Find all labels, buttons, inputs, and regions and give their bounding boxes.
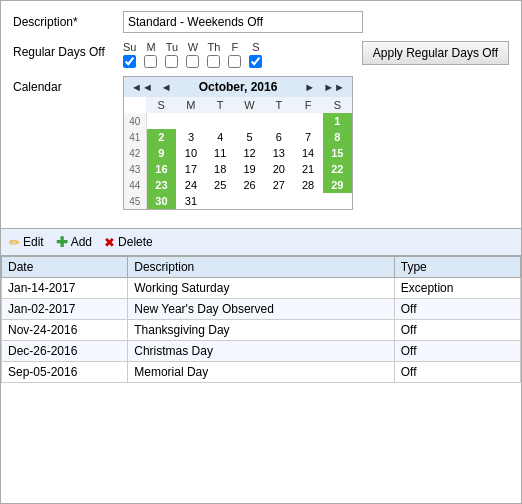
calendar-day bbox=[235, 113, 264, 129]
edit-button[interactable]: ✏ Edit bbox=[9, 235, 44, 250]
day-checkbox-s[interactable] bbox=[249, 55, 262, 68]
delete-button[interactable]: ✖ Delete bbox=[104, 235, 153, 250]
table-cell-date: Sep-05-2016 bbox=[2, 362, 128, 383]
next-year-button[interactable]: ►► bbox=[320, 80, 348, 94]
calendar-day[interactable]: 22 bbox=[323, 161, 352, 177]
toolbar: ✏ Edit ✚ Add ✖ Delete bbox=[1, 229, 521, 256]
calendar-day[interactable]: 27 bbox=[264, 177, 293, 193]
add-icon: ✚ bbox=[56, 234, 68, 250]
cal-day-header: M bbox=[176, 97, 205, 113]
calendar-week-row: 429101112131415 bbox=[124, 145, 352, 161]
day-label-2: Tu bbox=[166, 41, 178, 53]
table-row[interactable]: Jan-14-2017Working SaturdayException bbox=[2, 278, 521, 299]
week-number: 41 bbox=[124, 129, 146, 145]
calendar-day[interactable]: 4 bbox=[206, 129, 235, 145]
calendar-week-row: 4423242526272829 bbox=[124, 177, 352, 193]
day-checkbox-w[interactable] bbox=[186, 55, 199, 68]
prev-month-button[interactable]: ◄ bbox=[158, 80, 175, 94]
calendar-day[interactable]: 29 bbox=[323, 177, 352, 193]
day-col-tu: Tu bbox=[165, 41, 178, 68]
next-month-button[interactable]: ► bbox=[301, 80, 318, 94]
cal-day-header: T bbox=[206, 97, 235, 113]
calendar-day[interactable]: 8 bbox=[323, 129, 352, 145]
calendar-day[interactable]: 13 bbox=[264, 145, 293, 161]
calendar-day[interactable]: 19 bbox=[235, 161, 264, 177]
day-col-f: F bbox=[228, 41, 241, 68]
calendar-nav: ◄◄ ◄ October, 2016 ► ►► bbox=[124, 77, 352, 97]
calendar-day[interactable]: 26 bbox=[235, 177, 264, 193]
day-checkbox-f[interactable] bbox=[228, 55, 241, 68]
table-row[interactable]: Nov-24-2016Thanksgiving DayOff bbox=[2, 320, 521, 341]
calendar: ◄◄ ◄ October, 2016 ► ►► SMTWTFS bbox=[123, 76, 353, 210]
exceptions-table: DateDescriptionType Jan-14-2017Working S… bbox=[1, 256, 521, 383]
calendar-day bbox=[264, 193, 293, 209]
calendar-day[interactable]: 3 bbox=[176, 129, 205, 145]
calendar-day[interactable]: 21 bbox=[293, 161, 322, 177]
calendar-day[interactable]: 14 bbox=[293, 145, 322, 161]
calendar-day[interactable]: 6 bbox=[264, 129, 293, 145]
table-cell-type: Exception bbox=[394, 278, 520, 299]
regular-days-off-label: Regular Days Off bbox=[13, 41, 123, 59]
calendar-week-row: 412345678 bbox=[124, 129, 352, 145]
calendar-day[interactable]: 16 bbox=[146, 161, 176, 177]
table-cell-date: Dec-26-2016 bbox=[2, 341, 128, 362]
day-label-0: Su bbox=[123, 41, 136, 53]
cal-day-header: T bbox=[264, 97, 293, 113]
table-cell-date: Nov-24-2016 bbox=[2, 320, 128, 341]
calendar-day[interactable]: 9 bbox=[146, 145, 176, 161]
calendar-label: Calendar bbox=[13, 76, 123, 94]
table-cell-date: Jan-02-2017 bbox=[2, 299, 128, 320]
table-cell-description: Memorial Day bbox=[128, 362, 395, 383]
calendar-day[interactable]: 10 bbox=[176, 145, 205, 161]
table-cell-description: New Year's Day Observed bbox=[128, 299, 395, 320]
day-col-su: Su bbox=[123, 41, 136, 68]
day-checkbox-th[interactable] bbox=[207, 55, 220, 68]
calendar-day[interactable]: 20 bbox=[264, 161, 293, 177]
week-number: 40 bbox=[124, 113, 146, 129]
calendar-day[interactable]: 5 bbox=[235, 129, 264, 145]
edit-label: Edit bbox=[23, 235, 44, 249]
table-row[interactable]: Jan-02-2017New Year's Day ObservedOff bbox=[2, 299, 521, 320]
add-label: Add bbox=[71, 235, 92, 249]
description-input[interactable] bbox=[123, 11, 363, 33]
calendar-day[interactable]: 1 bbox=[323, 113, 352, 129]
calendar-day bbox=[235, 193, 264, 209]
calendar-table: SMTWTFS 40141234567842910111213141543161… bbox=[124, 97, 352, 209]
day-checkbox-m[interactable] bbox=[144, 55, 157, 68]
table-row[interactable]: Dec-26-2016Christmas DayOff bbox=[2, 341, 521, 362]
days-row: SuMTuWThFS Apply Regular Days Off bbox=[123, 41, 509, 68]
day-label-5: F bbox=[232, 41, 239, 53]
day-label-4: Th bbox=[208, 41, 221, 53]
calendar-day[interactable]: 2 bbox=[146, 129, 176, 145]
bottom-area: ✏ Edit ✚ Add ✖ Delete DateDescriptionTyp… bbox=[1, 228, 521, 383]
day-checkbox-tu[interactable] bbox=[165, 55, 178, 68]
table-cell-date: Jan-14-2017 bbox=[2, 278, 128, 299]
calendar-day[interactable]: 15 bbox=[323, 145, 352, 161]
calendar-day[interactable]: 18 bbox=[206, 161, 235, 177]
calendar-day bbox=[176, 113, 205, 129]
calendar-day[interactable]: 30 bbox=[146, 193, 176, 209]
table-header-description: Description bbox=[128, 257, 395, 278]
day-label-3: W bbox=[188, 41, 198, 53]
edit-icon: ✏ bbox=[9, 235, 20, 250]
apply-regular-days-off-button[interactable]: Apply Regular Days Off bbox=[362, 41, 509, 65]
table-row[interactable]: Sep-05-2016Memorial DayOff bbox=[2, 362, 521, 383]
calendar-day[interactable]: 31 bbox=[176, 193, 205, 209]
day-checkbox-su[interactable] bbox=[123, 55, 136, 68]
calendar-day[interactable]: 17 bbox=[176, 161, 205, 177]
cal-day-header: S bbox=[146, 97, 176, 113]
calendar-day[interactable]: 28 bbox=[293, 177, 322, 193]
table-cell-type: Off bbox=[394, 362, 520, 383]
add-button[interactable]: ✚ Add bbox=[56, 234, 92, 250]
calendar-day bbox=[146, 113, 176, 129]
calendar-day[interactable]: 25 bbox=[206, 177, 235, 193]
table-header-date: Date bbox=[2, 257, 128, 278]
calendar-day[interactable]: 7 bbox=[293, 129, 322, 145]
calendar-day bbox=[264, 113, 293, 129]
calendar-day[interactable]: 11 bbox=[206, 145, 235, 161]
calendar-day[interactable]: 24 bbox=[176, 177, 205, 193]
calendar-week-row: 453031 bbox=[124, 193, 352, 209]
calendar-day[interactable]: 12 bbox=[235, 145, 264, 161]
prev-year-button[interactable]: ◄◄ bbox=[128, 80, 156, 94]
calendar-day[interactable]: 23 bbox=[146, 177, 176, 193]
